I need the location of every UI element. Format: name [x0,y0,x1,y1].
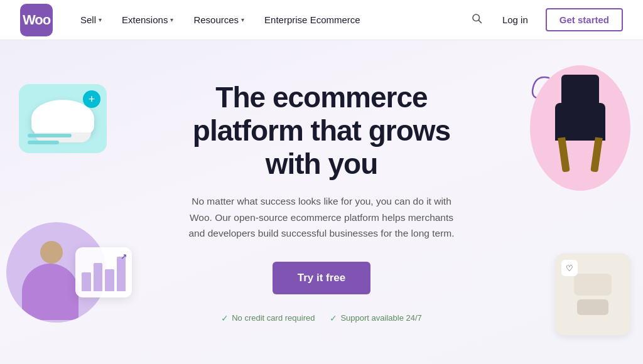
nav-actions: Log in Get started [468,8,623,31]
chevron-down-icon: ▾ [170,16,173,23]
chevron-down-icon: ▾ [99,16,102,23]
plus-icon: + [83,90,100,108]
chair-leg [590,137,603,172]
sneaker-card: + [19,84,107,153]
soap-block [574,274,612,296]
nav-item-resources[interactable]: Resources ▾ [186,9,252,30]
search-icon [471,13,482,24]
product-card: ♡ [555,254,630,335]
right-decorations: ♡ [505,53,643,354]
card-line [28,134,72,137]
check-icon: ✓ [221,313,229,323]
card-lines [28,134,72,144]
heart-icon: ♡ [561,260,578,276]
chair-seat [555,103,605,141]
svg-line-1 [478,20,481,23]
cta-button[interactable]: Try it free [273,262,371,294]
hero-subtitle: No matter what success looks like for yo… [183,193,460,242]
card-line [28,141,59,144]
chair-leg [558,137,570,172]
person-head [40,241,63,264]
login-button[interactable]: Log in [495,9,536,30]
chart-bar [94,263,103,291]
soap-block-small [577,299,608,315]
trending-up-icon: ↗ [121,252,127,261]
trust-badge-no-credit-card: ✓ No credit card required [221,313,315,323]
chevron-down-icon: ▾ [241,16,244,23]
check-icon: ✓ [330,313,337,323]
nav-item-sell[interactable]: Sell ▾ [73,9,109,30]
logo[interactable]: Woo [20,4,53,36]
hero-section: + ↗ The ecommerce platform that grows wi… [0,40,643,364]
sneaker-illustration [31,100,94,137]
search-button[interactable] [468,10,485,29]
left-decorations: + ↗ [0,65,138,335]
nav-item-extensions[interactable]: Extensions ▾ [114,9,181,30]
person-body [22,264,78,320]
chart-card: ↗ [75,247,132,297]
hero-content: The ecommerce platform that grows with y… [165,81,478,323]
chair-back [561,75,599,106]
chart-bar [117,257,126,291]
trust-badge-support: ✓ Support available 24/7 [330,313,421,323]
navigation: Woo Sell ▾ Extensions ▾ Resources ▾ Ente… [0,0,643,40]
get-started-button[interactable]: Get started [546,8,623,31]
chart-bar [105,269,114,291]
chair-shape [555,84,605,172]
hero-title: The ecommerce platform that grows with y… [165,81,478,181]
chart-bar [82,272,91,291]
nav-item-enterprise[interactable]: Enterprise Ecommerce [257,9,368,30]
nav-links: Sell ▾ Extensions ▾ Resources ▾ Enterpri… [73,9,468,30]
chair-illustration [530,65,630,191]
trust-badges: ✓ No credit card required ✓ Support avai… [165,313,478,323]
